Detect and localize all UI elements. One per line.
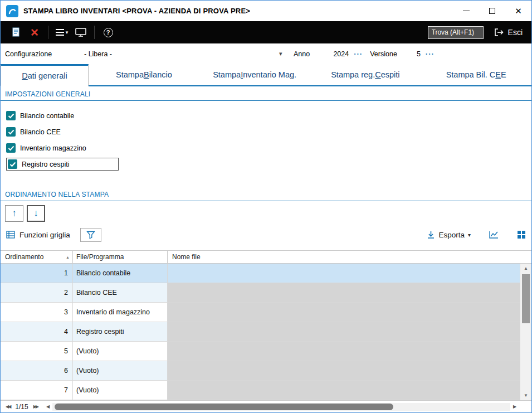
checkbox-checked-icon: [6, 111, 16, 120]
checkbox-inventario-magazzino[interactable]: Inventario magazzino: [6, 140, 531, 156]
toolbar-separator: [94, 26, 95, 39]
chevron-down-icon: ▾: [66, 30, 69, 35]
anno-label: Anno: [294, 50, 310, 58]
table-row[interactable]: 4 Registro cespiti: [1, 322, 520, 342]
move-up-button[interactable]: ↑: [5, 205, 23, 222]
reorder-buttons: ↑ ↓: [1, 201, 531, 226]
config-bar: Configurazione - Libera - ▾ Anno 2024 ··…: [1, 43, 531, 64]
versione-value[interactable]: 5: [397, 50, 424, 58]
document-icon: [10, 27, 21, 38]
scroll-up-icon[interactable]: ▲: [520, 264, 531, 273]
checkbox-label: Registro cespiti: [22, 161, 69, 168]
menu-icon: [56, 29, 64, 36]
horizontal-scroll-thumb[interactable]: [55, 404, 393, 410]
cancel-button[interactable]: ✕: [25, 24, 44, 41]
tab-bar: Dati generali Stampa Bilancio Stampa Inv…: [1, 64, 531, 86]
help-button[interactable]: ?: [99, 24, 118, 41]
table-row[interactable]: 7 (Vuoto): [1, 381, 520, 400]
minimize-button[interactable]: [453, 1, 479, 21]
section-impostazioni-generali: IMPOSTAZIONI GENERALI: [1, 86, 531, 101]
table-rows: 1 Bilancio contabile 2 Bilancio CEE 3 In…: [1, 264, 520, 400]
page-indicator: 1/15: [15, 403, 28, 411]
app-logo-icon: [6, 5, 18, 17]
checkbox-checked-icon: [8, 159, 17, 169]
table-row[interactable]: 3 Inventario di magazzino: [1, 303, 520, 322]
configurazione-dropdown-icon[interactable]: ▾: [279, 50, 289, 57]
document-button[interactable]: [6, 24, 25, 41]
checkbox-label: Inventario magazzino: [20, 144, 86, 152]
arrow-up-icon: ↑: [12, 208, 17, 219]
sort-ascending-icon: ▲: [66, 255, 70, 259]
horizontal-scrollbar[interactable]: ◀ ▶: [43, 401, 519, 412]
grid-functions-button[interactable]: Funzioni griglia: [6, 231, 70, 239]
data-grid: Ordinamento ▲ File/Programma Nome file 1…: [1, 250, 531, 400]
move-down-button[interactable]: ↓: [27, 205, 45, 222]
table-row[interactable]: 5 (Vuoto): [1, 342, 520, 361]
filter-button[interactable]: [80, 228, 101, 242]
scroll-down-icon[interactable]: ▼: [520, 391, 531, 400]
checkbox-label: Bilancio contabile: [20, 112, 74, 120]
table-body: 1 Bilancio contabile 2 Bilancio CEE 3 In…: [1, 264, 531, 400]
table-row[interactable]: 1 Bilancio contabile: [1, 264, 520, 283]
help-icon: ?: [104, 28, 113, 37]
maximize-button[interactable]: [479, 1, 505, 21]
exit-button[interactable]: Esci: [490, 26, 526, 39]
scrollbar-corner: [519, 401, 531, 412]
column-header-nome-file[interactable]: Nome file: [168, 251, 531, 263]
export-dropdown-icon[interactable]: ▾: [468, 232, 471, 238]
versione-label: Versione: [370, 50, 397, 58]
grid-toolbar-right: Esporta ▾: [427, 230, 526, 239]
checkbox-bilancio-cee[interactable]: Bilancio CEE: [6, 124, 531, 140]
monitor-button[interactable]: [71, 24, 90, 41]
arrow-down-icon: ↓: [33, 208, 38, 219]
app-window: STAMPA LIBRO INVENTARI <PROVA - AZIENDA …: [0, 0, 532, 413]
tab-stampa-inventario-mag[interactable]: Stampa Inventario Mag.: [199, 64, 310, 85]
status-bar: ◀◀ 1/15 ▶▶ ◀ ▶: [1, 400, 531, 412]
checkbox-area: Bilancio contabile Bilancio CEE Inventar…: [1, 101, 531, 187]
tab-dati-generali[interactable]: Dati generali: [1, 64, 89, 86]
column-header-ordinamento[interactable]: Ordinamento ▲: [1, 251, 73, 263]
checkbox-label: Bilancio CEE: [20, 128, 61, 136]
first-page-button[interactable]: ◀◀: [3, 404, 12, 409]
checkbox-checked-icon: [6, 127, 16, 137]
scroll-left-icon[interactable]: ◀: [43, 404, 52, 409]
toolbar-separator: [48, 26, 48, 39]
configurazione-label: Configurazione: [5, 50, 84, 58]
grid-functions-icon: [6, 231, 15, 239]
title-bar: STAMPA LIBRO INVENTARI <PROVA - AZIENDA …: [1, 1, 531, 21]
checkbox-registro-cespiti[interactable]: Registro cespiti: [6, 158, 119, 171]
vertical-scrollbar[interactable]: ▲ ▼: [520, 264, 531, 400]
anno-value[interactable]: 2024: [310, 50, 352, 58]
versione-more-button[interactable]: ···: [424, 50, 436, 58]
tab-stampa-reg-cespiti[interactable]: Stampa reg. Cespiti: [310, 64, 421, 85]
configurazione-value[interactable]: - Libera -: [84, 50, 279, 58]
chart-icon: [489, 231, 499, 239]
export-icon: [427, 231, 435, 239]
exit-label: Esci: [508, 28, 523, 37]
tab-stampa-bil-cee[interactable]: Stampa Bil. CEE: [421, 64, 531, 85]
export-button[interactable]: Esporta: [438, 231, 465, 239]
vertical-scroll-track[interactable]: [520, 273, 531, 391]
checkbox-bilancio-contabile[interactable]: Bilancio contabile: [6, 108, 531, 124]
close-button[interactable]: ✕: [505, 1, 531, 21]
table-row[interactable]: 2 Bilancio CEE: [1, 283, 520, 303]
window-controls: ✕: [453, 1, 531, 21]
last-page-button[interactable]: ▶▶: [31, 404, 40, 409]
exit-icon: [494, 28, 504, 37]
column-header-file-programma[interactable]: File/Programma: [73, 251, 168, 263]
monitor-icon: [75, 27, 87, 37]
tab-stampa-bilancio[interactable]: Stampa Bilancio: [89, 64, 199, 85]
grid-toolbar: Funzioni griglia Esporta ▾: [1, 226, 531, 244]
anno-more-button[interactable]: ···: [352, 50, 364, 58]
find-input[interactable]: [428, 26, 484, 39]
vertical-scroll-thumb[interactable]: [522, 274, 530, 323]
horizontal-scroll-track[interactable]: [52, 403, 510, 411]
checkbox-checked-icon: [6, 143, 16, 153]
window-title: STAMPA LIBRO INVENTARI <PROVA - AZIENDA …: [23, 7, 250, 15]
scroll-right-icon[interactable]: ▶: [510, 404, 519, 409]
maximize-icon: [489, 8, 495, 14]
grid-view-icon: [517, 230, 526, 239]
table-row[interactable]: 6 (Vuoto): [1, 361, 520, 381]
cancel-icon: ✕: [30, 26, 39, 39]
menu-button[interactable]: ▾: [52, 24, 71, 41]
